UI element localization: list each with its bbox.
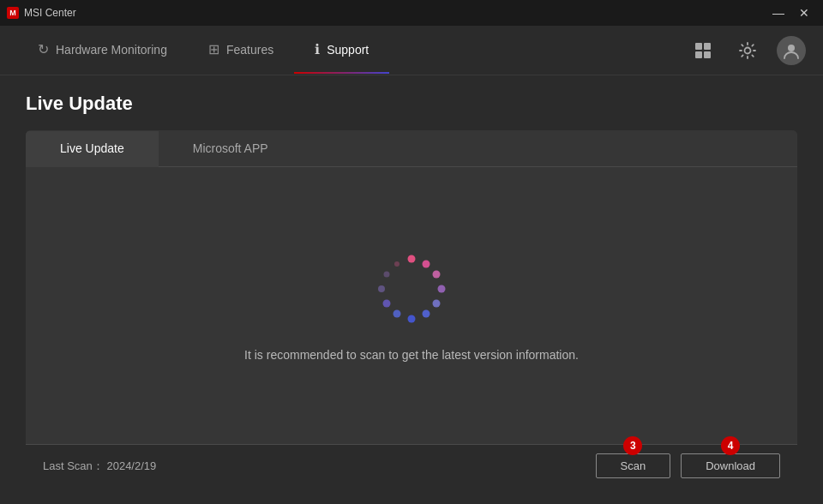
scan-message: It is recommended to scan to get the lat… — [244, 348, 579, 362]
last-scan-date: 2024/2/19 — [106, 459, 156, 472]
svg-point-10 — [433, 299, 441, 307]
svg-point-14 — [383, 299, 391, 307]
svg-rect-0 — [695, 43, 702, 50]
minimize-button[interactable]: — — [766, 3, 790, 22]
svg-point-8 — [433, 270, 441, 278]
svg-rect-3 — [704, 51, 711, 58]
scan-button[interactable]: Scan — [596, 453, 671, 478]
nav-tab-hardware[interactable]: ↻ Hardware Monitoring — [17, 26, 188, 75]
grid-icon — [694, 41, 712, 60]
nav-tab-hardware-label: Hardware Monitoring — [56, 43, 167, 57]
svg-point-16 — [384, 271, 390, 277]
download-wrapper: 4 Download — [681, 453, 780, 478]
user-icon — [782, 41, 801, 60]
last-scan-label: Last Scan： — [43, 459, 104, 472]
gear-icon — [738, 41, 757, 60]
svg-rect-2 — [695, 51, 702, 58]
features-icon: ⊞ — [208, 41, 219, 57]
main-content: Live Update Live Update Microsoft APP — [0, 75, 823, 504]
settings-button[interactable] — [732, 35, 763, 66]
support-icon: ℹ — [315, 41, 320, 57]
svg-point-13 — [393, 309, 401, 317]
scan-wrapper: 3 Scan — [596, 453, 671, 478]
svg-point-9 — [438, 285, 446, 292]
svg-point-7 — [423, 260, 430, 267]
nav-tab-features[interactable]: ⊞ Features — [188, 26, 294, 75]
bottom-bar: Last Scan： 2024/2/19 3 Scan 4 Download — [26, 444, 797, 487]
user-avatar[interactable] — [777, 36, 806, 65]
sub-tabs-container: Live Update Microsoft APP — [26, 130, 797, 487]
sub-tabs: Live Update Microsoft APP — [26, 130, 797, 167]
nav-tab-features-label: Features — [226, 43, 273, 57]
nav-right — [688, 35, 806, 66]
app-title: MSI Center — [24, 7, 76, 19]
svg-point-6 — [408, 255, 416, 262]
svg-point-15 — [378, 285, 385, 292]
spinner-svg — [373, 250, 450, 327]
svg-point-17 — [394, 261, 399, 267]
sub-tab-live-update[interactable]: Live Update — [26, 131, 159, 167]
nav-tab-support-label: Support — [327, 43, 369, 57]
download-button[interactable]: Download — [681, 453, 780, 478]
grid-view-button[interactable] — [688, 35, 718, 66]
loading-spinner — [373, 250, 450, 327]
bottom-actions: 3 Scan 4 Download — [596, 453, 780, 478]
sub-tab-microsoft-app[interactable]: Microsoft APP — [159, 131, 303, 167]
nav-tabs: ↻ Hardware Monitoring ⊞ Features ℹ Suppo… — [17, 26, 389, 75]
app-icon: M — [7, 7, 19, 19]
hardware-icon: ↻ — [38, 41, 49, 57]
svg-point-4 — [745, 47, 751, 53]
scan-badge: 3 — [623, 436, 642, 455]
svg-point-11 — [423, 309, 430, 317]
title-bar-left: M MSI Center — [7, 7, 76, 19]
page-title: Live Update — [26, 93, 797, 115]
close-button[interactable]: ✕ — [792, 3, 816, 22]
svg-rect-1 — [704, 43, 711, 50]
nav-bar: ↻ Hardware Monitoring ⊞ Features ℹ Suppo… — [0, 26, 823, 75]
svg-point-12 — [408, 315, 416, 322]
svg-point-5 — [788, 45, 795, 51]
tab-content-live-update: It is recommended to scan to get the lat… — [26, 167, 797, 444]
nav-tab-support[interactable]: ℹ Support — [294, 26, 389, 75]
last-scan-info: Last Scan： 2024/2/19 — [43, 459, 156, 474]
window-controls: — ✕ — [766, 3, 816, 22]
download-badge: 4 — [721, 436, 740, 455]
title-bar: M MSI Center — ✕ — [0, 0, 823, 26]
